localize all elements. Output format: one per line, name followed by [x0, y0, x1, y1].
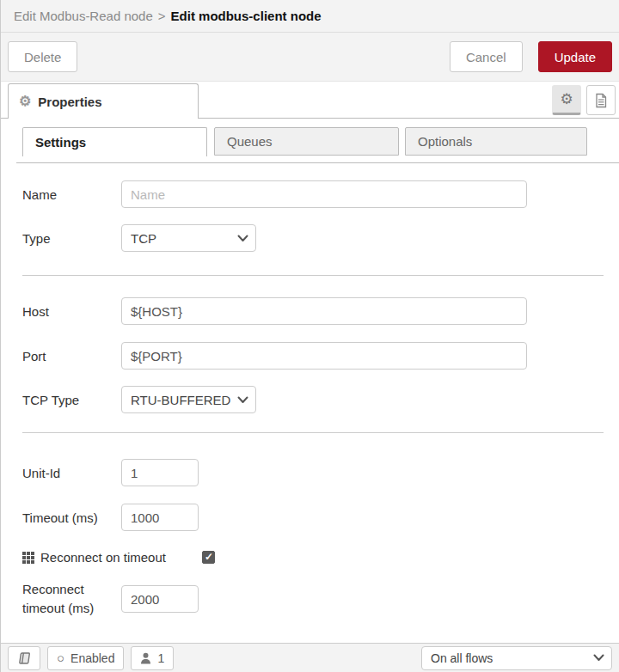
breadcrumb-separator: >	[158, 9, 166, 23]
tab-properties[interactable]: ⚙ Properties	[8, 83, 199, 119]
form-tabs: Settings Queues Optionals	[1, 127, 619, 163]
breadcrumb-current: Edit modbus-client node	[171, 9, 322, 23]
book-icon	[17, 651, 31, 665]
doc-icon	[594, 93, 608, 108]
update-button[interactable]: Update	[538, 41, 612, 72]
enabled-label: Enabled	[70, 651, 114, 665]
port-row: Port	[22, 342, 619, 370]
chevron-down-icon	[593, 654, 604, 662]
gear-icon: ⚙	[19, 95, 31, 108]
reconnect-timeout-label-line2: timeout (ms)	[22, 601, 94, 615]
unit-id-label: Unit-Id	[22, 466, 121, 480]
reconnect-on-timeout-text: Reconnect on timeout	[40, 550, 166, 565]
port-input[interactable]	[121, 342, 527, 370]
panel-header: ⚙ Properties ⚙	[1, 82, 619, 119]
grid-icon	[22, 552, 34, 564]
node-settings-button[interactable]: ⚙	[552, 85, 581, 115]
type-label: Type	[22, 231, 121, 246]
type-select[interactable]: TCP	[121, 224, 256, 252]
reconnect-on-timeout-row: Reconnect on timeout	[22, 550, 619, 565]
properties-tab-label: Properties	[38, 95, 101, 109]
instance-count-button[interactable]: 1	[131, 646, 174, 670]
scope-select-value: On all flows	[431, 651, 593, 665]
reconnect-timeout-row: Reconnect timeout (ms)	[22, 580, 619, 618]
dialog-footer: ○ Enabled 1 On all flows	[1, 643, 619, 672]
tab-optionals[interactable]: Optionals	[405, 127, 587, 156]
reconnect-on-timeout-label: Reconnect on timeout	[22, 550, 166, 565]
node-help-button[interactable]	[8, 646, 40, 670]
scope-select[interactable]: On all flows	[421, 646, 612, 670]
unit-id-row: Unit-Id	[22, 459, 619, 486]
enabled-toggle-button[interactable]: ○ Enabled	[47, 646, 124, 670]
tcp-type-label: TCP Type	[22, 393, 121, 407]
name-row: Name	[22, 180, 619, 208]
breadcrumb-parent[interactable]: Edit Modbus-Read node	[14, 9, 153, 23]
tcp-type-select[interactable]: RTU-BUFFERED	[121, 386, 256, 413]
tcp-type-row: TCP Type RTU-BUFFERED	[22, 386, 619, 413]
tab-settings-label: Settings	[35, 135, 86, 150]
type-select-value: TCP	[131, 231, 237, 246]
instance-count: 1	[157, 651, 164, 665]
tab-queues[interactable]: Queues	[214, 127, 399, 156]
user-icon	[140, 652, 151, 664]
status-circle-icon: ○	[57, 651, 64, 664]
chevron-down-icon	[237, 396, 248, 404]
tabrow-divider	[16, 162, 619, 163]
node-description-button[interactable]	[586, 85, 616, 115]
edit-node-dialog: Edit Modbus-Read node > Edit modbus-clie…	[0, 0, 619, 672]
chevron-down-icon	[237, 235, 248, 242]
type-row: Type TCP	[22, 224, 619, 252]
breadcrumb: Edit Modbus-Read node > Edit modbus-clie…	[1, 0, 619, 33]
reconnect-timeout-input[interactable]	[121, 585, 199, 613]
port-label: Port	[22, 349, 121, 363]
tcp-type-select-value: RTU-BUFFERED	[131, 393, 237, 407]
host-row: Host	[22, 297, 619, 325]
timeout-label: Timeout (ms)	[22, 510, 121, 525]
gear-icon: ⚙	[560, 92, 573, 107]
delete-button[interactable]: Delete	[8, 41, 77, 72]
name-input[interactable]	[121, 180, 527, 208]
reconnect-on-timeout-checkbox[interactable]	[202, 551, 215, 564]
tab-optionals-label: Optionals	[418, 134, 472, 149]
timeout-input[interactable]	[121, 504, 199, 531]
tab-settings[interactable]: Settings	[22, 127, 207, 156]
host-label: Host	[22, 304, 121, 319]
timeout-row: Timeout (ms)	[22, 504, 619, 531]
section-divider	[22, 275, 604, 276]
action-toolbar: Delete Cancel Update	[1, 33, 619, 82]
unit-id-input[interactable]	[121, 459, 199, 486]
name-label: Name	[22, 187, 121, 202]
reconnect-timeout-label: Reconnect timeout (ms)	[22, 580, 121, 618]
reconnect-timeout-label-line1: Reconnect	[22, 582, 84, 596]
settings-form: Name Type TCP Host Port TCP Type RTU-BU	[1, 180, 619, 618]
host-input[interactable]	[121, 297, 527, 325]
tab-queues-label: Queues	[227, 134, 273, 149]
section-divider	[22, 432, 604, 433]
cancel-button[interactable]: Cancel	[450, 41, 523, 72]
panel-tools: ⚙	[552, 85, 616, 115]
